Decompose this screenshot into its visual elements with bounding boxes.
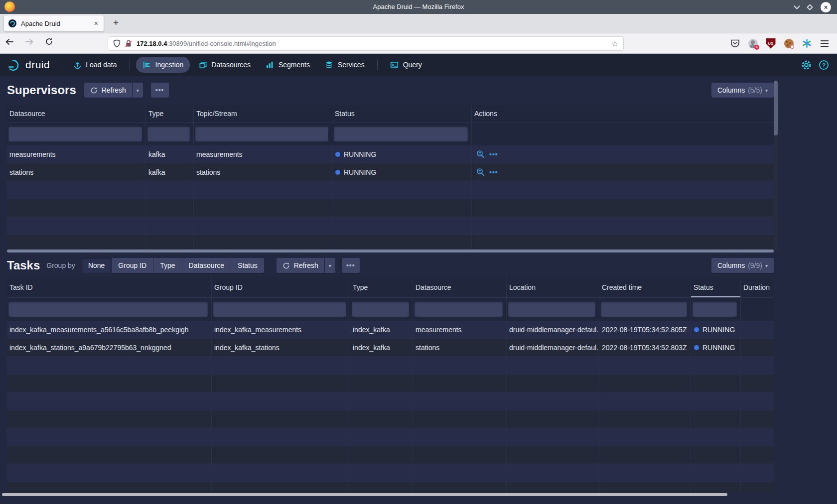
druid-console-content: Supervisors Refresh ▾ ••• Columns (5/5) …: [0, 76, 837, 504]
column-header-status[interactable]: Status: [332, 105, 472, 122]
column-header-type[interactable]: Type: [146, 105, 194, 122]
nav-label: Datasources: [211, 61, 251, 69]
row-more-icon[interactable]: •••: [489, 150, 498, 158]
help-icon[interactable]: ?: [819, 60, 829, 70]
url-bar[interactable]: 172.18.0.4:30899/unified-console.html#in…: [108, 36, 624, 51]
window-close-icon[interactable]: ×: [821, 2, 831, 12]
inspect-magnifier-icon[interactable]: [475, 149, 485, 159]
forward-icon[interactable]: [25, 38, 34, 46]
back-icon[interactable]: [5, 38, 14, 46]
nav-label: Ingestion: [155, 61, 184, 69]
nav-label: Query: [403, 61, 422, 69]
filter-input-status[interactable]: [334, 126, 468, 141]
chevron-down-icon: ▾: [765, 263, 768, 268]
actions-cell: •••: [472, 145, 774, 163]
column-header-datasource[interactable]: Datasource: [413, 277, 507, 297]
tasks-more-button[interactable]: •••: [342, 258, 360, 273]
window-minimize-icon[interactable]: [794, 3, 800, 9]
filter-input-location[interactable]: [508, 302, 595, 317]
supervisors-columns-button[interactable]: Columns (5/5) ▾: [711, 83, 774, 98]
nav-datasources[interactable]: Datasources: [192, 57, 257, 73]
supervisors-refresh-button[interactable]: Refresh: [84, 83, 132, 98]
data-cell: index_kafka: [350, 339, 413, 356]
column-header-type[interactable]: Type: [350, 277, 413, 297]
reload-icon[interactable]: [45, 37, 53, 46]
column-header-status[interactable]: Status: [691, 277, 741, 297]
tab-close-icon[interactable]: ×: [93, 19, 99, 27]
column-header-actions[interactable]: Actions: [472, 105, 774, 122]
data-cell: 2022-08-19T05:34:52.803Z: [599, 339, 691, 356]
data-cell: index_kafka_measurements: [212, 321, 350, 338]
nav-services[interactable]: Services: [318, 57, 371, 73]
tasks-columns-button[interactable]: Columns (9/9) ▾: [711, 258, 774, 273]
data-cell: [741, 321, 774, 338]
segments-icon: [266, 60, 275, 69]
actions-cell: •••: [472, 163, 774, 181]
supervisors-refresh-dropdown[interactable]: ▾: [133, 83, 143, 98]
browser-tab[interactable]: Apache Druid ×: [4, 15, 104, 31]
empty-row: [7, 482, 774, 493]
group-by-label: Group by: [46, 261, 75, 269]
group-by-type-button[interactable]: Type: [153, 258, 182, 273]
bookmark-star-icon[interactable]: ☆: [612, 39, 618, 48]
tracking-shield-icon[interactable]: [113, 39, 121, 48]
tasks-refresh-dropdown[interactable]: ▾: [325, 258, 335, 273]
column-header-location[interactable]: Location: [507, 277, 599, 297]
settings-gear-icon[interactable]: [801, 60, 812, 70]
column-header-task-id[interactable]: Task ID: [7, 277, 212, 297]
filter-input-status[interactable]: [693, 302, 737, 317]
cookie-icon[interactable]: [783, 38, 794, 49]
druid-logo[interactable]: druid: [8, 58, 50, 72]
chevron-down-icon: ▾: [765, 88, 768, 93]
column-header-duration[interactable]: Duration: [741, 277, 774, 297]
empty-row: [7, 428, 774, 446]
filter-input-group-id[interactable]: [213, 302, 346, 317]
supervisors-table: DatasourceTypeTopic/StreamStatusActionsm…: [7, 105, 774, 250]
nav-ingestion[interactable]: Ingestion: [136, 57, 190, 73]
column-header-datasource[interactable]: Datasource: [7, 105, 146, 122]
row-more-icon[interactable]: •••: [489, 168, 498, 176]
group-by-group-id-button[interactable]: Group ID: [112, 258, 153, 273]
column-header-group-id[interactable]: Group ID: [212, 277, 350, 297]
pocket-icon[interactable]: [729, 38, 740, 49]
browser-toolbar: 172.18.0.4:30899/unified-console.html#in…: [0, 33, 837, 54]
data-cell: index_kafka_stations_a9a679b22795b63_nnk…: [7, 339, 212, 356]
tasks-horizontal-scrollbar[interactable]: [2, 493, 727, 496]
column-header-topic-stream[interactable]: Topic/Stream: [194, 105, 332, 122]
data-cell: [741, 339, 774, 356]
filter-cell: [350, 298, 413, 321]
empty-row: [7, 357, 774, 375]
filter-input-type[interactable]: [147, 126, 190, 141]
nav-query[interactable]: Query: [384, 57, 428, 73]
data-cell: measurements: [194, 145, 332, 163]
filter-input-datasource[interactable]: [415, 302, 503, 317]
vertical-scrollbar-thumb[interactable]: [774, 81, 778, 135]
filter-input-topic-stream[interactable]: [195, 126, 328, 141]
group-by-status-button[interactable]: Status: [231, 258, 264, 273]
inspect-magnifier-icon[interactable]: [475, 167, 485, 177]
nav-label: Load data: [86, 61, 117, 69]
column-header-created-time[interactable]: Created time: [599, 277, 691, 297]
group-by-none-button[interactable]: None: [82, 258, 112, 273]
tasks-refresh-button[interactable]: Refresh: [277, 258, 324, 273]
filter-input-type[interactable]: [352, 302, 409, 317]
ublock-icon[interactable]: UO: [765, 38, 776, 49]
group-by-button-group: NoneGroup IDTypeDatasourceStatus: [82, 258, 264, 273]
filter-input-created-time[interactable]: [601, 302, 687, 317]
extension-asterisk-icon[interactable]: [801, 38, 812, 49]
insecure-lock-icon[interactable]: [125, 40, 132, 48]
window-title: Apache Druid — Mozilla Firefox: [0, 0, 837, 14]
supervisors-more-button[interactable]: •••: [151, 83, 169, 98]
new-tab-button[interactable]: +: [110, 16, 122, 29]
status-dot-icon: [694, 345, 699, 350]
account-icon[interactable]: ×: [747, 38, 758, 49]
nav-load-data[interactable]: Load data: [66, 57, 123, 73]
nav-segments[interactable]: Segments: [259, 57, 316, 73]
group-by-datasource-button[interactable]: Datasource: [182, 258, 232, 273]
window-maximize-icon[interactable]: [807, 4, 813, 10]
filter-input-task-id[interactable]: [8, 302, 208, 317]
hamburger-menu-icon[interactable]: [819, 38, 830, 49]
supervisors-horizontal-scrollbar[interactable]: [7, 250, 774, 252]
datasources-icon: [198, 60, 207, 69]
filter-input-datasource[interactable]: [8, 126, 142, 141]
